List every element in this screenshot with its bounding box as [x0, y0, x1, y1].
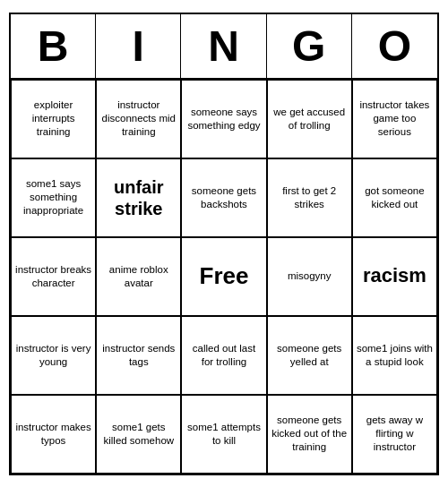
bingo-cell-23: someone gets kicked out of the training [267, 395, 352, 474]
bingo-grid: exploiter interrupts traininginstructor … [11, 80, 437, 474]
bingo-cell-22: some1 attempts to kill [181, 395, 266, 474]
bingo-cell-5: some1 says something inappropriate [11, 158, 96, 237]
bingo-header: BINGO [11, 14, 437, 80]
bingo-cell-1: instructor disconnects mid training [96, 80, 181, 158]
bingo-letter-i: I [96, 14, 181, 78]
bingo-cell-4: instructor takes game too serious [352, 80, 437, 158]
bingo-cell-18: someone gets yelled at [267, 316, 352, 395]
bingo-cell-3: we get accused of trolling [267, 80, 352, 158]
bingo-cell-6: unfair strike [96, 158, 181, 237]
bingo-letter-o: O [352, 14, 437, 78]
bingo-cell-13: misogyny [267, 237, 352, 316]
bingo-cell-16: instructor sends tags [96, 316, 181, 395]
bingo-cell-7: someone gets backshots [181, 158, 266, 237]
bingo-letter-b: B [11, 14, 96, 78]
bingo-cell-19: some1 joins with a stupid look [352, 316, 437, 395]
bingo-cell-21: some1 gets killed somehow [96, 395, 181, 474]
bingo-cell-10: instructor breaks character [11, 237, 96, 316]
bingo-cell-24: gets away w flirting w instructor [352, 395, 437, 474]
bingo-card: BINGO exploiter interrupts traininginstr… [9, 13, 439, 475]
bingo-cell-20: instructor makes typos [11, 395, 96, 474]
bingo-cell-14: racism [352, 237, 437, 316]
bingo-letter-n: N [181, 14, 266, 78]
bingo-cell-2: someone says something edgy [181, 80, 266, 158]
bingo-cell-17: called out last for trolling [181, 316, 266, 395]
bingo-cell-15: instructor is very young [11, 316, 96, 395]
bingo-cell-12: Free [181, 237, 266, 316]
bingo-cell-8: first to get 2 strikes [267, 158, 352, 237]
bingo-cell-11: anime roblox avatar [96, 237, 181, 316]
bingo-cell-0: exploiter interrupts training [11, 80, 96, 158]
bingo-cell-9: got someone kicked out [352, 158, 437, 237]
bingo-letter-g: G [267, 14, 352, 78]
